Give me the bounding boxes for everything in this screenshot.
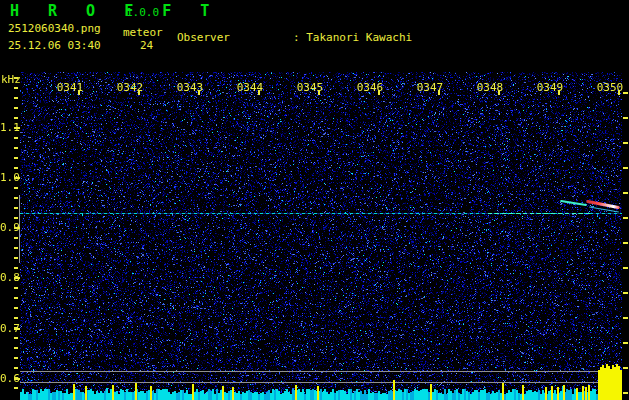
freq-minor-tick [14, 167, 18, 169]
freq-minor-tick [14, 367, 18, 369]
freq-right-tick [623, 167, 628, 169]
time-tick [138, 90, 140, 95]
freq-minor-tick [14, 267, 18, 269]
freq-minor-tick [14, 347, 18, 349]
freq-minor-tick [14, 127, 18, 129]
freq-right-tick [623, 392, 628, 394]
time-axis-label: 0345 [288, 81, 332, 94]
freq-minor-tick [14, 197, 18, 199]
time-axis-label: 0344 [228, 81, 272, 94]
info-separator: : [293, 31, 300, 45]
time-tick [378, 90, 380, 95]
freq-right-tick [623, 217, 628, 219]
time-axis-label: 0346 [348, 81, 392, 94]
freq-right-tick [623, 142, 628, 144]
noise-floor-bargraph [20, 360, 622, 400]
freq-minor-tick [14, 287, 18, 289]
observation-datetime: 25.12.06 03:40 [8, 39, 101, 52]
time-axis-label: 0341 [48, 81, 92, 94]
time-tick [78, 90, 80, 95]
freq-minor-tick [14, 187, 18, 189]
freq-minor-tick [14, 357, 18, 359]
frequency-unit-label: kHz [1, 73, 21, 86]
freq-minor-tick [14, 207, 18, 209]
freq-minor-tick [14, 97, 18, 99]
info-row-observer: Observer: Takanori Kawachi [177, 31, 545, 45]
freq-minor-tick [14, 77, 18, 79]
freq-right-tick [623, 292, 628, 294]
freq-minor-tick [14, 177, 18, 179]
freq-minor-tick [14, 377, 18, 379]
freq-minor-tick [14, 277, 18, 279]
time-tick [498, 90, 500, 95]
freq-right-tick [623, 317, 628, 319]
info-label: Observer [177, 31, 293, 45]
echo-cyan-leadin [560, 200, 587, 206]
freq-minor-tick [14, 327, 18, 329]
spectrogram-noise-field [20, 72, 622, 400]
time-tick [258, 90, 260, 95]
freq-right-tick [623, 367, 628, 369]
freq-minor-tick [14, 107, 18, 109]
time-tick [438, 90, 440, 95]
freq-minor-tick [14, 237, 18, 239]
app-version: 1.0.0 [126, 6, 159, 19]
freq-minor-tick [14, 307, 18, 309]
freq-axis-label: 0.7 [0, 322, 14, 336]
meteor-count: 24 [140, 39, 153, 52]
freq-minor-tick [14, 87, 18, 89]
freq-right-tick [623, 342, 628, 344]
observation-mode: meteor [123, 26, 163, 39]
time-tick [198, 90, 200, 95]
freq-axis-label: 1.1 [0, 121, 14, 135]
time-tick [558, 90, 560, 95]
freq-right-tick [623, 117, 628, 119]
freq-minor-tick [14, 217, 18, 219]
freq-minor-tick [14, 257, 18, 259]
time-tick [318, 90, 320, 95]
freq-right-tick [623, 267, 628, 269]
observer-value: Takanori Kawachi [306, 31, 412, 45]
time-axis-label: 0350 [588, 81, 629, 94]
freq-minor-tick [14, 157, 18, 159]
time-axis-label: 0348 [468, 81, 512, 94]
freq-minor-tick [14, 297, 18, 299]
freq-minor-tick [14, 137, 18, 139]
time-axis-label: 0342 [108, 81, 152, 94]
freq-minor-tick [14, 337, 18, 339]
time-axis-label: 0349 [528, 81, 572, 94]
hrofft-window: H R O F F T 1.0.0 2512060340.png meteor … [0, 0, 629, 400]
freq-minor-tick [14, 317, 18, 319]
freq-right-tick [623, 192, 628, 194]
freq-axis-label: 0.8 [0, 271, 14, 285]
freq-minor-tick [14, 387, 18, 389]
info-value [300, 31, 307, 45]
time-axis-label: 0343 [168, 81, 212, 94]
freq-right-tick [623, 242, 628, 244]
freq-minor-tick [14, 247, 18, 249]
freq-axis-label: 0.9 [0, 221, 14, 235]
output-filename: 2512060340.png [8, 22, 101, 35]
freq-minor-tick [14, 147, 18, 149]
meteor-echo-streak [556, 196, 624, 216]
freq-minor-tick [14, 227, 18, 229]
freq-axis-label: 0.6 [0, 372, 14, 386]
freq-axis-label: 1.0 [0, 171, 14, 185]
freq-minor-tick [14, 117, 18, 119]
time-tick [618, 90, 620, 95]
time-axis-label: 0347 [408, 81, 452, 94]
